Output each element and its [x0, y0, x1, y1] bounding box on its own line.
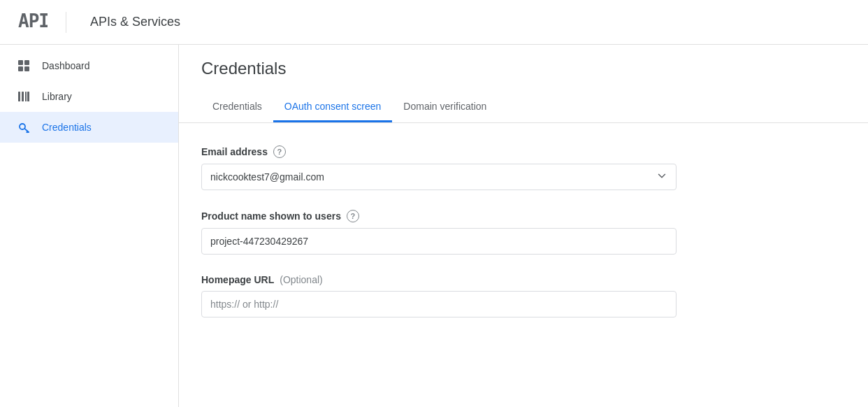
- svg-rect-5: [24, 66, 29, 71]
- svg-rect-7: [22, 92, 24, 101]
- product-name-label: Product name shown to users ?: [201, 210, 677, 222]
- product-name-input[interactable]: [201, 228, 677, 255]
- product-name-form-group: Product name shown to users ?: [201, 210, 677, 255]
- svg-rect-3: [24, 60, 29, 65]
- tabs-bar: Credentials OAuth consent screen Domain …: [201, 92, 846, 122]
- header: API APIs & Services: [0, 0, 868, 45]
- tab-credentials[interactable]: Credentials: [201, 92, 273, 122]
- sidebar-item-credentials[interactable]: Credentials: [0, 112, 178, 143]
- sidebar-item-library[interactable]: Library: [0, 81, 178, 112]
- dashboard-icon: [17, 59, 31, 73]
- page-title: Credentials: [201, 59, 846, 78]
- content-body: Email address ? nickcooktest7@gmail.com: [179, 123, 868, 359]
- email-select[interactable]: nickcooktest7@gmail.com: [201, 164, 677, 190]
- svg-rect-8: [25, 92, 27, 101]
- header-title: APIs & Services: [90, 15, 180, 29]
- email-select-wrapper: nickcooktest7@gmail.com: [201, 164, 677, 190]
- api-logo-text: API: [17, 8, 48, 36]
- sidebar-label-dashboard: Dashboard: [42, 60, 90, 71]
- sidebar-label-library: Library: [42, 91, 72, 102]
- homepage-url-input[interactable]: [201, 291, 677, 317]
- sidebar-label-credentials: Credentials: [42, 122, 92, 133]
- svg-text:API: API: [18, 10, 48, 31]
- email-form-group: Email address ? nickcooktest7@gmail.com: [201, 145, 677, 190]
- key-icon: [17, 120, 31, 134]
- header-divider: [66, 12, 66, 33]
- content-header: Credentials Credentials OAuth consent sc…: [179, 45, 868, 123]
- library-icon: [17, 90, 31, 103]
- sidebar: Dashboard Library: [0, 45, 179, 407]
- homepage-url-label: Homepage URL (Optional): [201, 274, 677, 285]
- api-logo-svg: API: [17, 8, 48, 33]
- tab-oauth-consent[interactable]: OAuth consent screen: [273, 92, 393, 122]
- tab-domain-verification[interactable]: Domain verification: [392, 92, 498, 122]
- app-logo: API APIs & Services: [17, 8, 180, 36]
- email-help-icon[interactable]: ?: [273, 145, 286, 158]
- email-label: Email address ?: [201, 145, 677, 158]
- content-area: Credentials Credentials OAuth consent sc…: [179, 45, 868, 407]
- svg-rect-9: [27, 92, 29, 101]
- main-layout: Dashboard Library: [0, 45, 868, 407]
- svg-rect-6: [18, 92, 20, 101]
- homepage-url-form-group: Homepage URL (Optional): [201, 274, 677, 317]
- sidebar-item-dashboard[interactable]: Dashboard: [0, 50, 178, 81]
- svg-rect-2: [18, 60, 23, 65]
- product-name-help-icon[interactable]: ?: [347, 210, 359, 222]
- svg-rect-4: [18, 66, 23, 71]
